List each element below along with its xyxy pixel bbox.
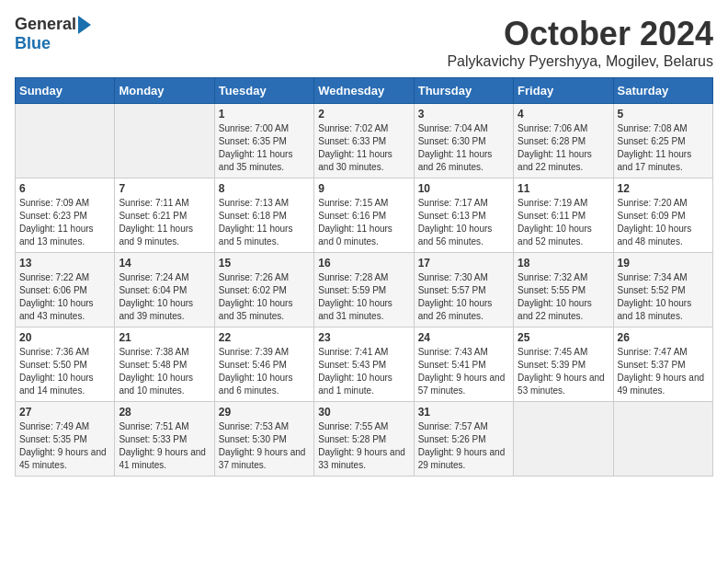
day-info: Sunrise: 7:26 AM Sunset: 6:02 PM Dayligh…	[219, 271, 310, 323]
day-cell: 10Sunrise: 7:17 AM Sunset: 6:13 PM Dayli…	[414, 178, 513, 253]
day-info: Sunrise: 7:08 AM Sunset: 6:25 PM Dayligh…	[618, 122, 709, 174]
day-info: Sunrise: 7:30 AM Sunset: 5:57 PM Dayligh…	[418, 271, 509, 323]
day-number: 15	[219, 257, 310, 270]
day-cell: 3Sunrise: 7:04 AM Sunset: 6:30 PM Daylig…	[414, 104, 513, 178]
day-number: 9	[318, 182, 409, 195]
day-number: 18	[518, 257, 609, 270]
day-info: Sunrise: 7:20 AM Sunset: 6:09 PM Dayligh…	[618, 197, 709, 248]
day-cell: 29Sunrise: 7:53 AM Sunset: 5:30 PM Dayli…	[214, 402, 313, 477]
day-number: 22	[219, 331, 310, 344]
day-cell: 18Sunrise: 7:32 AM Sunset: 5:55 PM Dayli…	[514, 253, 613, 327]
day-info: Sunrise: 7:45 AM Sunset: 5:39 PM Dayligh…	[518, 346, 609, 397]
day-cell: 2Sunrise: 7:02 AM Sunset: 6:33 PM Daylig…	[314, 104, 414, 178]
day-cell: 15Sunrise: 7:26 AM Sunset: 6:02 PM Dayli…	[214, 253, 313, 327]
day-info: Sunrise: 7:32 AM Sunset: 5:55 PM Dayligh…	[518, 271, 609, 323]
day-number: 11	[518, 182, 609, 195]
logo-arrow-icon	[78, 16, 91, 34]
week-row-1: 1Sunrise: 7:00 AM Sunset: 6:35 PM Daylig…	[16, 104, 713, 178]
day-info: Sunrise: 7:34 AM Sunset: 5:52 PM Dayligh…	[618, 271, 709, 323]
day-cell: 5Sunrise: 7:08 AM Sunset: 6:25 PM Daylig…	[613, 104, 712, 178]
column-header-saturday: Saturday	[613, 78, 712, 104]
day-number: 24	[418, 331, 509, 344]
day-info: Sunrise: 7:47 AM Sunset: 5:37 PM Dayligh…	[618, 346, 709, 397]
column-header-monday: Monday	[115, 78, 214, 104]
location-title: Palykavichy Pyershyya, Mogilev, Belarus	[447, 53, 713, 70]
title-section: October 2024 Palykavichy Pyershyya, Mogi…	[447, 15, 713, 70]
day-info: Sunrise: 7:36 AM Sunset: 5:50 PM Dayligh…	[19, 346, 110, 397]
day-number: 29	[219, 406, 310, 419]
month-title: October 2024	[447, 15, 713, 53]
day-cell: 17Sunrise: 7:30 AM Sunset: 5:57 PM Dayli…	[414, 253, 513, 327]
day-cell: 4Sunrise: 7:06 AM Sunset: 6:28 PM Daylig…	[514, 104, 613, 178]
day-info: Sunrise: 7:39 AM Sunset: 5:46 PM Dayligh…	[219, 346, 310, 397]
day-cell: 23Sunrise: 7:41 AM Sunset: 5:43 PM Dayli…	[314, 327, 414, 402]
day-number: 7	[119, 182, 210, 195]
column-header-friday: Friday	[514, 78, 613, 104]
day-number: 31	[418, 406, 509, 419]
week-row-4: 20Sunrise: 7:36 AM Sunset: 5:50 PM Dayli…	[16, 327, 713, 402]
day-number: 25	[518, 331, 609, 344]
column-header-tuesday: Tuesday	[214, 78, 313, 104]
column-header-wednesday: Wednesday	[314, 78, 414, 104]
page-header: General Blue October 2024 Palykavichy Py…	[15, 15, 713, 70]
day-number: 28	[119, 406, 210, 419]
day-cell: 19Sunrise: 7:34 AM Sunset: 5:52 PM Dayli…	[613, 253, 712, 327]
day-info: Sunrise: 7:57 AM Sunset: 5:26 PM Dayligh…	[418, 420, 509, 472]
day-number: 1	[219, 108, 310, 121]
day-number: 12	[618, 182, 709, 195]
day-number: 6	[19, 182, 110, 195]
week-row-5: 27Sunrise: 7:49 AM Sunset: 5:35 PM Dayli…	[16, 402, 713, 477]
day-cell	[514, 402, 613, 477]
logo: General Blue	[15, 15, 91, 53]
day-info: Sunrise: 7:24 AM Sunset: 6:04 PM Dayligh…	[119, 271, 210, 323]
logo-blue-text: Blue	[15, 34, 51, 53]
day-cell: 7Sunrise: 7:11 AM Sunset: 6:21 PM Daylig…	[115, 178, 214, 253]
day-number: 20	[19, 331, 110, 344]
day-cell: 26Sunrise: 7:47 AM Sunset: 5:37 PM Dayli…	[613, 327, 712, 402]
day-number: 21	[119, 331, 210, 344]
day-cell: 1Sunrise: 7:00 AM Sunset: 6:35 PM Daylig…	[214, 104, 313, 178]
day-number: 3	[418, 108, 509, 121]
day-number: 8	[219, 182, 310, 195]
day-number: 4	[518, 108, 609, 121]
day-info: Sunrise: 7:22 AM Sunset: 6:06 PM Dayligh…	[19, 271, 110, 323]
day-info: Sunrise: 7:13 AM Sunset: 6:18 PM Dayligh…	[219, 197, 310, 248]
day-cell: 8Sunrise: 7:13 AM Sunset: 6:18 PM Daylig…	[214, 178, 313, 253]
day-info: Sunrise: 7:43 AM Sunset: 5:41 PM Dayligh…	[418, 346, 509, 397]
day-cell: 12Sunrise: 7:20 AM Sunset: 6:09 PM Dayli…	[613, 178, 712, 253]
logo-general-text: General	[15, 15, 76, 34]
day-cell: 27Sunrise: 7:49 AM Sunset: 5:35 PM Dayli…	[16, 402, 115, 477]
week-row-2: 6Sunrise: 7:09 AM Sunset: 6:23 PM Daylig…	[16, 178, 713, 253]
day-info: Sunrise: 7:49 AM Sunset: 5:35 PM Dayligh…	[19, 420, 110, 472]
day-number: 2	[318, 108, 409, 121]
day-number: 17	[418, 257, 509, 270]
day-info: Sunrise: 7:53 AM Sunset: 5:30 PM Dayligh…	[219, 420, 310, 472]
day-cell: 28Sunrise: 7:51 AM Sunset: 5:33 PM Dayli…	[115, 402, 214, 477]
day-number: 23	[318, 331, 409, 344]
day-cell: 21Sunrise: 7:38 AM Sunset: 5:48 PM Dayli…	[115, 327, 214, 402]
day-info: Sunrise: 7:41 AM Sunset: 5:43 PM Dayligh…	[318, 346, 409, 397]
day-cell	[613, 402, 712, 477]
column-header-thursday: Thursday	[414, 78, 513, 104]
day-cell: 25Sunrise: 7:45 AM Sunset: 5:39 PM Dayli…	[514, 327, 613, 402]
day-info: Sunrise: 7:15 AM Sunset: 6:16 PM Dayligh…	[318, 197, 409, 248]
day-cell: 24Sunrise: 7:43 AM Sunset: 5:41 PM Dayli…	[414, 327, 513, 402]
day-cell: 20Sunrise: 7:36 AM Sunset: 5:50 PM Dayli…	[16, 327, 115, 402]
day-info: Sunrise: 7:38 AM Sunset: 5:48 PM Dayligh…	[119, 346, 210, 397]
column-header-sunday: Sunday	[16, 78, 115, 104]
day-number: 26	[618, 331, 709, 344]
day-info: Sunrise: 7:55 AM Sunset: 5:28 PM Dayligh…	[318, 420, 409, 472]
day-number: 16	[318, 257, 409, 270]
day-info: Sunrise: 7:00 AM Sunset: 6:35 PM Dayligh…	[219, 122, 310, 174]
day-number: 27	[19, 406, 110, 419]
day-info: Sunrise: 7:02 AM Sunset: 6:33 PM Dayligh…	[318, 122, 409, 174]
day-cell	[16, 104, 115, 178]
day-cell: 16Sunrise: 7:28 AM Sunset: 5:59 PM Dayli…	[314, 253, 414, 327]
day-info: Sunrise: 7:09 AM Sunset: 6:23 PM Dayligh…	[19, 197, 110, 248]
day-info: Sunrise: 7:06 AM Sunset: 6:28 PM Dayligh…	[518, 122, 609, 174]
day-info: Sunrise: 7:11 AM Sunset: 6:21 PM Dayligh…	[119, 197, 210, 248]
day-cell: 22Sunrise: 7:39 AM Sunset: 5:46 PM Dayli…	[214, 327, 313, 402]
day-number: 5	[618, 108, 709, 121]
week-row-3: 13Sunrise: 7:22 AM Sunset: 6:06 PM Dayli…	[16, 253, 713, 327]
day-number: 13	[19, 257, 110, 270]
